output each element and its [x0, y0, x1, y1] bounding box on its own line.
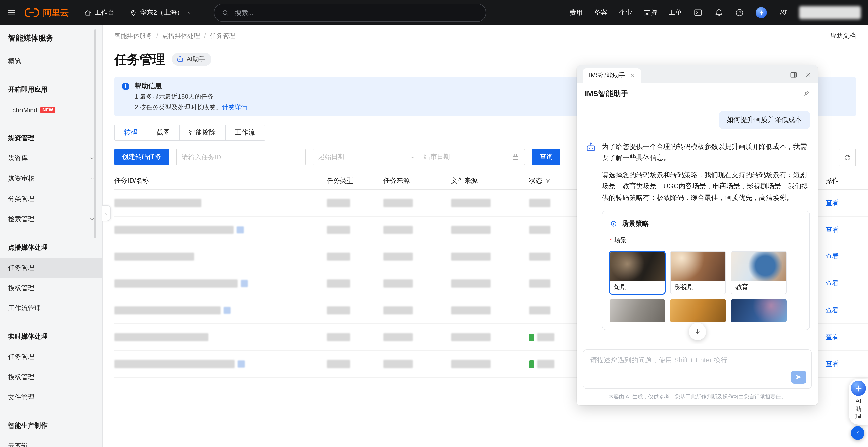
send-button[interactable]	[791, 370, 806, 384]
sidebar: 智能媒体服务 概览 开箱即用应用 EchoMind NEW 媒资管理 媒资库 媒…	[0, 25, 103, 447]
view-task-link[interactable]: 查看	[826, 199, 856, 208]
view-task-link[interactable]: 查看	[826, 306, 856, 315]
icp-link[interactable]: 备案	[594, 8, 608, 17]
tab-smart-erase[interactable]: 智能擦除	[180, 124, 226, 141]
redacted-text	[529, 279, 550, 288]
alibaba-cloud-logo[interactable]: 阿里云	[24, 7, 69, 19]
sidebar-item-echomind[interactable]: EchoMind NEW	[0, 100, 102, 120]
redacted-text	[451, 279, 491, 288]
redacted-text	[114, 252, 194, 261]
redacted-text	[537, 360, 554, 368]
breadcrumb-item[interactable]: 智能媒体服务	[114, 32, 152, 40]
ai-disclaimer: 内容由 AI 生成，仅供参考，您基于此所作判断及操作均由您自行承担责任。	[577, 389, 818, 406]
region-selector[interactable]: 华东2（上海）	[129, 8, 193, 17]
redacted-text	[451, 333, 491, 341]
redacted-text	[383, 279, 413, 288]
sidebar-item-media-review[interactable]: 媒资审核	[0, 169, 102, 189]
scene-image[interactable]	[670, 299, 726, 323]
support-link[interactable]: 支持	[644, 8, 657, 17]
tab-transcode[interactable]: 转码	[114, 124, 147, 141]
start-date-placeholder[interactable]: 起始日期	[318, 152, 406, 161]
refresh-button[interactable]	[839, 149, 856, 166]
view-task-link[interactable]: 查看	[826, 225, 856, 234]
task-chip	[224, 307, 231, 314]
header-task-id-name: 任务ID/名称	[114, 176, 327, 185]
dock-panel-icon[interactable]	[789, 71, 798, 79]
end-date-placeholder[interactable]: 结束日期	[424, 152, 512, 161]
scene-tile[interactable]: 影视剧	[670, 251, 726, 294]
breadcrumb-item[interactable]: 点播媒体处理	[162, 32, 200, 40]
hamburger-menu-icon[interactable]	[0, 0, 23, 25]
redacted-text	[327, 333, 350, 341]
view-task-link[interactable]: 查看	[826, 333, 856, 342]
assistant-input[interactable]: 请描述您遇到的问题，使用 Shift + Enter 换行	[583, 349, 812, 389]
task-id-input[interactable]	[176, 149, 306, 165]
sidebar-item-overview[interactable]: 概览	[0, 51, 102, 71]
redacted-text	[383, 333, 413, 341]
search-input[interactable]	[234, 8, 478, 17]
status-success-indicator	[529, 333, 534, 341]
redacted-text	[327, 306, 350, 315]
scene-image[interactable]	[610, 299, 665, 323]
view-task-link[interactable]: 查看	[826, 359, 856, 368]
cell-task-type	[327, 252, 383, 261]
close-tab-icon[interactable]	[630, 73, 635, 78]
cell-action: 查看	[826, 359, 856, 368]
workbench-link[interactable]: 工作台	[84, 8, 114, 17]
billing-link[interactable]: 费用	[569, 8, 583, 17]
sidebar-item-template-management-vod[interactable]: 模板管理	[0, 278, 102, 298]
view-task-link[interactable]: 查看	[826, 279, 856, 288]
sidebar-item-task-management-vod[interactable]: 任务管理	[0, 258, 102, 278]
cloudshell-icon[interactable]	[693, 8, 703, 17]
sidebar-item-search-management[interactable]: 检索管理	[0, 209, 102, 229]
scene-image[interactable]	[731, 299, 786, 323]
sidebar-collapse-handle[interactable]	[102, 205, 111, 221]
robot-icon	[176, 55, 184, 63]
header-task-type: 任务类型	[327, 176, 383, 185]
cell-task-type	[327, 333, 383, 341]
scroll-to-bottom-button[interactable]	[689, 323, 706, 340]
create-transcode-task-button[interactable]: 创建转码任务	[114, 149, 169, 165]
sidebar-item-task-management-live[interactable]: 任务管理	[0, 347, 102, 367]
assistant-tab[interactable]: IMS智能助手	[583, 68, 641, 83]
cell-task-name	[114, 226, 327, 234]
notifications-bell-icon[interactable]	[714, 8, 723, 17]
header-task-source: 任务来源	[383, 176, 451, 185]
target-icon	[610, 220, 618, 228]
cell-action: 查看	[826, 225, 856, 234]
sidebar-item-media-library[interactable]: 媒资库	[0, 148, 102, 169]
close-panel-icon[interactable]	[805, 71, 812, 79]
help-icon[interactable]: ?	[735, 8, 744, 17]
sidebar-scrollbar[interactable]	[94, 29, 96, 238]
language-switch-icon[interactable]	[778, 8, 787, 17]
sidebar-item-category-management[interactable]: 分类管理	[0, 189, 102, 209]
expand-corner-button[interactable]	[851, 426, 864, 440]
global-search[interactable]	[214, 4, 486, 22]
scene-tile[interactable]: 短剧	[610, 251, 665, 294]
account-avatar-redacted[interactable]	[799, 6, 861, 19]
ai-assistant-badge[interactable]: AI助手	[172, 53, 211, 66]
billing-details-link[interactable]: 计费详情	[222, 104, 247, 111]
query-button[interactable]: 查询	[532, 149, 560, 165]
sidebar-item-cloud-editing[interactable]: 云剪辑	[0, 436, 102, 447]
ims-assistant-panel: IMS智能助手 IMS智能助手 如何提升画质并降低成本 为了给您提供一个合理的转…	[577, 65, 818, 406]
sidebar-item-workflow-management[interactable]: 工作流管理	[0, 298, 102, 319]
assistant-chat-area: 如何提升画质并降低成本 为了给您提供一个合理的转码模板参数以提升画质并降低成本，…	[577, 105, 818, 344]
date-range-picker[interactable]: 起始日期 - 结束日期	[313, 149, 525, 165]
enterprise-link[interactable]: 企业	[619, 8, 632, 17]
sidebar-item-template-management-live[interactable]: 模板管理	[0, 367, 102, 387]
ai-assistant-entry-icon[interactable]	[756, 7, 767, 18]
tab-snapshot[interactable]: 截图	[147, 124, 180, 141]
ai-helper-fab[interactable]: AI 助 理	[849, 379, 868, 425]
pin-icon[interactable]	[802, 90, 810, 98]
filter-funnel-icon[interactable]	[545, 178, 551, 184]
ticket-link[interactable]: 工单	[669, 8, 682, 17]
sidebar-item-file-management[interactable]: 文件管理	[0, 387, 102, 408]
scene-tile[interactable]: 教育	[731, 251, 786, 294]
tab-workflow[interactable]: 工作流	[226, 124, 265, 141]
view-task-link[interactable]: 查看	[826, 252, 856, 261]
cell-task-source	[383, 279, 451, 288]
assistant-message: 为了给您提供一个合理的转码模板参数以提升画质并降低成本，我需要了解一些具体信息。…	[585, 141, 810, 330]
help-doc-link[interactable]: 帮助文档	[830, 31, 856, 40]
redacted-text	[451, 226, 491, 234]
